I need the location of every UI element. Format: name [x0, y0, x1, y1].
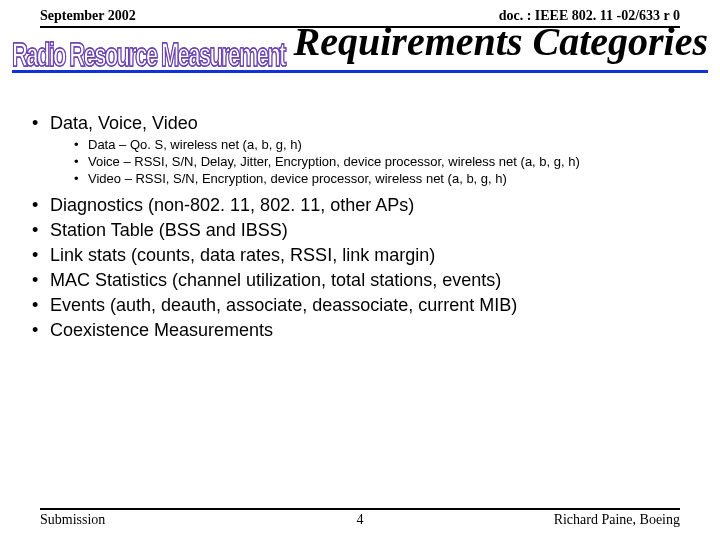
list-item: Data, Voice, Video Data – Qo. S, wireles…: [28, 112, 692, 188]
footer-page-number: 4: [40, 512, 680, 528]
sub-list-item: Voice – RSSI, S/N, Delay, Jitter, Encryp…: [74, 154, 692, 171]
list-item: Link stats (counts, data rates, RSSI, li…: [28, 244, 692, 267]
sub-list: Data – Qo. S, wireless net (a, b, g, h) …: [50, 137, 692, 188]
footer-rule: [40, 508, 680, 510]
slide-title: Requirements Categories: [294, 18, 708, 65]
list-item: Events (auth, deauth, associate, deassoc…: [28, 294, 692, 317]
list-item: Diagnostics (non-802. 11, 802. 11, other…: [28, 194, 692, 217]
header-date: September 2002: [40, 8, 136, 24]
sub-list-item: Video – RSSI, S/N, Encryption, device pr…: [74, 171, 692, 188]
list-item: MAC Statistics (channel utilization, tot…: [28, 269, 692, 292]
bullet-list: Data, Voice, Video Data – Qo. S, wireles…: [28, 112, 692, 342]
wordart-logo: Radio Resource Measurement: [12, 39, 285, 72]
list-item-label: Data, Voice, Video: [50, 113, 198, 133]
title-area: Requirements Categories Radio Resource M…: [12, 24, 708, 84]
sub-list-item: Data – Qo. S, wireless net (a, b, g, h): [74, 137, 692, 154]
list-item: Station Table (BSS and IBSS): [28, 219, 692, 242]
list-item: Coexistence Measurements: [28, 319, 692, 342]
content: Data, Voice, Video Data – Qo. S, wireles…: [0, 84, 720, 342]
footer: Submission 4 Richard Paine, Boeing: [40, 508, 680, 528]
